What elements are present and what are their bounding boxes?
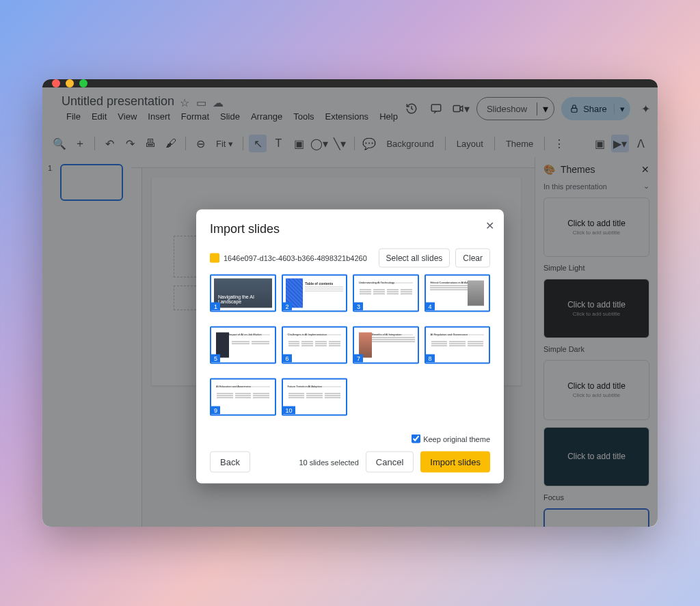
close-icon[interactable]: ✕ — [485, 219, 494, 232]
import-slide-6[interactable]: Challenges in AI Implementation6 — [282, 327, 348, 363]
window-maximize-icon[interactable] — [79, 79, 88, 87]
select-all-button[interactable]: Select all slides — [379, 249, 450, 268]
import-slides-button[interactable]: Import slides — [420, 452, 490, 473]
slides-grid: Navigating the AI Landscape1Table of con… — [210, 275, 490, 425]
import-slides-dialog: Import slides ✕ 1646e097-d13c-4603-b366-… — [196, 210, 504, 484]
window-close-icon[interactable] — [52, 79, 60, 87]
app: Untitled presentation ☆ ▭ ☁ FileEditView… — [42, 87, 658, 527]
import-slide-2[interactable]: Table of contents2 — [282, 275, 348, 312]
slides-file-icon — [210, 253, 219, 263]
titlebar — [42, 79, 658, 87]
dialog-title: Import slides — [210, 222, 490, 236]
import-slide-3[interactable]: Understanding AI Technology3 — [353, 275, 419, 312]
back-button[interactable]: Back — [210, 452, 250, 473]
import-slide-9[interactable]: AI Education and Awareness9 — [210, 378, 276, 415]
import-slide-7[interactable]: Benefits of AI Integration7 — [353, 327, 419, 363]
cancel-button[interactable]: Cancel — [366, 452, 414, 473]
source-file-name: 1646e097-d13c-4603-b366-4898321b4260 — [224, 254, 367, 262]
import-slide-10[interactable]: Future Trends in AI Adoption10 — [282, 378, 348, 415]
import-slide-4[interactable]: Ethical Considerations in AI Adoption4 — [425, 275, 491, 312]
selected-count: 10 slides selected — [299, 458, 358, 466]
clear-button[interactable]: Clear — [455, 249, 490, 268]
import-slide-5[interactable]: Impact of AI on Job Market5 — [210, 327, 276, 363]
import-slide-8[interactable]: AI Regulation and Governance8 — [425, 327, 491, 363]
browser-window: Untitled presentation ☆ ▭ ☁ FileEditView… — [42, 79, 658, 527]
keep-theme-checkbox[interactable]: Keep original theme — [210, 435, 490, 443]
import-slide-1[interactable]: Navigating the AI Landscape1 — [210, 275, 276, 312]
window-minimize-icon[interactable] — [66, 79, 74, 87]
